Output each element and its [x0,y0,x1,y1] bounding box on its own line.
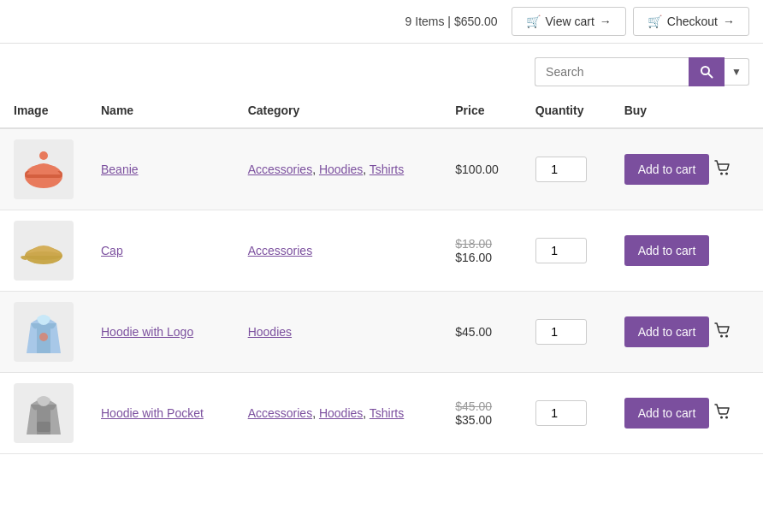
table-row: CapAccessories$18.00$16.00Add to cart [0,210,763,292]
table-row: Hoodie with PocketAccessories, Hoodies, … [0,373,763,454]
product-image-cap [14,221,74,281]
svg-point-14 [725,416,728,418]
checkout-arrow: → [723,15,735,28]
col-price: Price [441,93,521,128]
category-link-tshirts[interactable]: Tshirts [370,163,404,176]
category-link-accessories[interactable]: Accessories [248,244,312,257]
product-image-beanie [14,139,74,199]
table-row: Hoodie with LogoHoodies$45.00Add to cart [0,292,763,373]
svg-line-1 [708,74,713,78]
svg-rect-12 [37,422,50,432]
checkout-button[interactable]: 🛒 Checkout → [633,7,749,36]
price-new: $16.00 [455,251,507,264]
price-regular: $45.00 [455,325,492,339]
price-new: $35.00 [455,413,507,427]
product-name-link-hoodie-pocket[interactable]: Hoodie with Pocket [101,406,204,420]
category-link-accessories[interactable]: Accessories [248,163,312,176]
product-image-cell-hoodie-logo [0,292,87,373]
qty-input-hoodie-pocket[interactable] [535,400,587,426]
search-dropdown-button[interactable]: ▼ [725,58,749,86]
checkout-label: Checkout [667,15,718,28]
product-name-cell-cap: Cap [87,210,234,292]
product-image-hoodie-pocket [14,383,74,443]
product-category-cell-beanie: Accessories, Hoodies, Tshirts [234,128,442,210]
svg-point-6 [725,172,728,174]
product-price-cell-hoodie-logo: $45.00 [441,292,521,373]
qty-input-hoodie-logo[interactable] [535,319,587,345]
product-qty-cell-hoodie-logo [522,292,611,373]
add-to-cart-button-beanie[interactable]: Add to cart [624,154,710,185]
products-tbody: BeanieAccessories, Hoodies, Tshirts$100.… [0,128,763,454]
category-link-hoodies[interactable]: Hoodies [248,325,292,339]
price-old: $18.00 [455,237,507,251]
product-category-cell-cap: Accessories [234,210,442,292]
category-link-accessories[interactable]: Accessories [248,406,312,420]
cart-summary: 9 Items | $650.00 [405,15,498,28]
viewcart-label: View cart [546,15,594,28]
add-to-cart-icon [714,404,731,423]
product-image-cell-hoodie-pocket [0,373,87,454]
product-buy-cell-hoodie-logo: Add to cart [611,292,763,373]
add-to-cart-icon [714,160,731,180]
search-bar-row: ▼ [0,44,763,93]
category-link-hoodies[interactable]: Hoodies [319,163,363,176]
product-image-cell-cap [0,210,87,292]
viewcart-arrow: → [600,15,612,28]
add-to-cart-button-hoodie-pocket[interactable]: Add to cart [624,398,710,429]
product-name-cell-hoodie-logo: Hoodie with Logo [87,292,234,373]
qty-input-cap[interactable] [535,238,587,263]
add-to-cart-icon [714,322,731,342]
product-name-link-cap[interactable]: Cap [101,244,123,257]
svg-point-4 [39,151,48,160]
product-name-cell-hoodie-pocket: Hoodie with Pocket [87,373,234,454]
category-link-tshirts[interactable]: Tshirts [370,406,404,420]
search-input[interactable] [535,57,689,86]
table-header: Image Name Category Price Quantity Buy [0,93,763,128]
product-price-cell-cap: $18.00$16.00 [441,210,521,292]
product-buy-cell-beanie: Add to cart [611,128,763,210]
product-name-link-beanie[interactable]: Beanie [101,163,139,176]
svg-point-13 [720,416,723,418]
product-qty-cell-beanie [522,128,611,210]
product-price-cell-beanie: $100.00 [441,128,521,210]
category-link-hoodies[interactable]: Hoodies [319,406,363,420]
product-qty-cell-hoodie-pocket [522,373,611,454]
svg-point-9 [39,333,48,341]
product-qty-cell-cap [522,210,611,292]
cart-icon: 🛒 [526,15,541,28]
top-bar: 9 Items | $650.00 🛒 View cart → 🛒 Checko… [0,0,763,44]
search-icon [700,65,713,79]
product-buy-cell-hoodie-pocket: Add to cart [611,373,763,454]
col-quantity: Quantity [522,93,611,128]
product-price-cell-hoodie-pocket: $45.00$35.00 [441,373,521,454]
add-to-cart-button-cap[interactable]: Add to cart [624,235,710,266]
price-old: $45.00 [455,399,507,413]
product-name-cell-beanie: Beanie [87,128,234,210]
product-buy-cell-cap: Add to cart [611,210,763,292]
search-button[interactable] [689,57,725,86]
checkout-cart-icon: 🛒 [648,15,662,28]
table-row: BeanieAccessories, Hoodies, Tshirts$100.… [0,128,763,210]
svg-point-11 [725,334,728,337]
product-category-cell-hoodie-pocket: Accessories, Hoodies, Tshirts [234,373,442,454]
qty-input-beanie[interactable] [535,157,587,182]
svg-point-5 [720,172,723,174]
col-name: Name [87,93,234,128]
col-category: Category [234,93,442,128]
products-table: Image Name Category Price Quantity Buy B… [0,93,763,454]
product-name-link-hoodie-logo[interactable]: Hoodie with Logo [101,325,193,339]
product-category-cell-hoodie-logo: Hoodies [234,292,442,373]
product-image-hoodie-logo [14,302,74,362]
col-image: Image [0,93,87,128]
svg-point-8 [25,251,62,260]
view-cart-button[interactable]: 🛒 View cart → [512,7,626,36]
product-image-cell-beanie [0,128,87,210]
price-regular: $100.00 [455,163,499,176]
add-to-cart-button-hoodie-logo[interactable]: Add to cart [624,316,710,347]
col-buy: Buy [611,93,763,128]
svg-point-10 [720,334,723,337]
